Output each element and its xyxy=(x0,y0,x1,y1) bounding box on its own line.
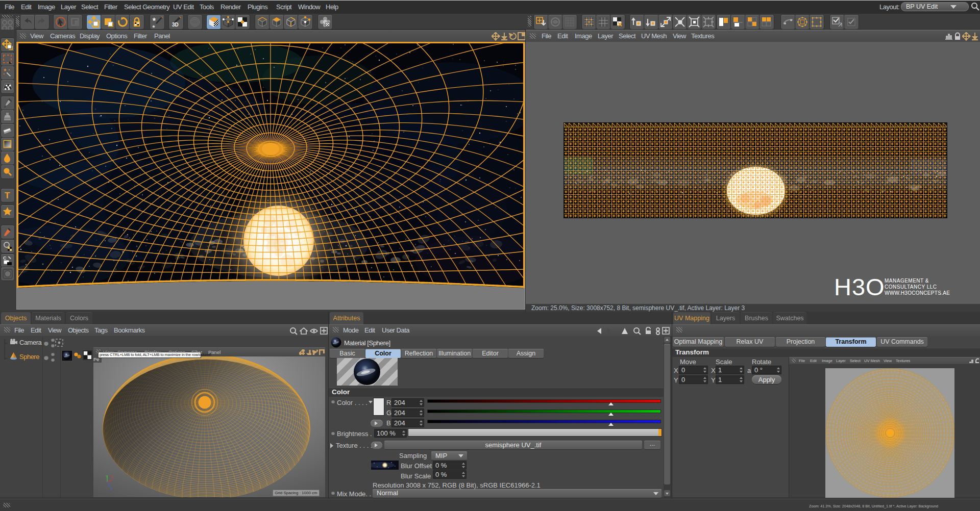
svg-text:3D: 3D xyxy=(172,22,179,28)
svg-text:X: X xyxy=(111,475,113,479)
svg-text:Z: Z xyxy=(110,487,113,491)
svg-text:T: T xyxy=(5,191,10,200)
svg-text:Y: Y xyxy=(106,475,108,478)
